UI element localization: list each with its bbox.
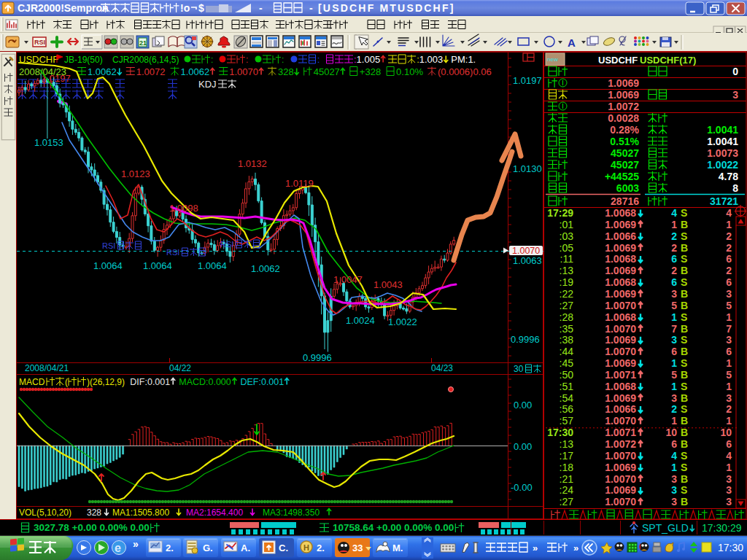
svg-text:1.0069: 1.0069 (605, 484, 636, 496)
svg-text:1.0070: 1.0070 (605, 323, 636, 335)
svg-text:1.0069: 1.0069 (605, 219, 636, 230)
svg-text:S: S (681, 276, 687, 288)
svg-text:5: 5 (726, 369, 732, 381)
svg-text:21: 21 (139, 39, 147, 47)
svg-text:2: 2 (726, 230, 732, 242)
svg-text:SPT_GLD: SPT_GLD (642, 522, 689, 534)
svg-text:1.0062: 1.0062 (181, 66, 210, 77)
svg-text:0.28%: 0.28% (610, 124, 639, 136)
svg-text:MA2:1654.400: MA2:1654.400 (186, 508, 243, 518)
svg-text:1.0073: 1.0073 (707, 147, 738, 159)
svg-text:7: 7 (726, 323, 732, 335)
svg-text:1.0072: 1.0072 (608, 101, 639, 112)
svg-text:6: 6 (671, 438, 677, 450)
svg-text:B: B (681, 288, 688, 300)
svg-text::18: :18 (560, 462, 574, 473)
svg-text:2: 2 (671, 242, 677, 254)
svg-text:B: B (681, 219, 688, 230)
svg-text:6: 6 (726, 438, 732, 450)
svg-text:B: B (681, 473, 688, 485)
svg-text:4: 4 (726, 450, 732, 462)
svg-text:1.0070: 1.0070 (605, 415, 636, 427)
svg-text::11: :11 (560, 253, 574, 265)
svg-text:4: 4 (671, 207, 677, 219)
svg-text:5: 5 (671, 300, 677, 311)
svg-text:B: B (681, 415, 688, 427)
svg-text:A.: A. (241, 542, 250, 553)
svg-text:A: A (568, 36, 576, 49)
svg-text:1.0098: 1.0098 (169, 203, 198, 214)
svg-text::: : (246, 55, 248, 65)
svg-text:1.0047: 1.0047 (333, 274, 363, 285)
svg-text:1: 1 (726, 311, 732, 323)
svg-text:KDJ: KDJ (198, 79, 217, 90)
svg-text::27: :27 (560, 300, 574, 311)
svg-text:G.: G. (203, 542, 213, 553)
svg-text:B: B (681, 265, 688, 276)
svg-text:S: S (681, 230, 687, 242)
svg-text:2: 2 (726, 242, 732, 254)
svg-text:1.0064: 1.0064 (93, 260, 123, 271)
svg-text:0.10%: 0.10% (396, 66, 423, 77)
svg-text:6: 6 (726, 346, 732, 357)
svg-text:B: B (681, 427, 688, 438)
svg-text:1: 1 (671, 357, 677, 369)
svg-text:45027: 45027 (611, 159, 639, 171)
svg-text:new: new (547, 56, 558, 63)
svg-text:1.0066: 1.0066 (605, 230, 636, 242)
svg-text:1.0062: 1.0062 (251, 263, 280, 274)
svg-text:2: 2 (671, 230, 677, 242)
svg-text:MACD: MACD (19, 377, 45, 387)
svg-text:3: 3 (671, 288, 677, 300)
svg-text:4: 4 (671, 450, 677, 462)
svg-text::56: :56 (560, 403, 574, 415)
svg-text:B: B (681, 242, 688, 254)
svg-text:CJR2000!Sempron: CJR2000!Sempron (18, 2, 109, 14)
svg-text:H: H (303, 543, 309, 552)
svg-text:0.9996: 0.9996 (511, 334, 540, 345)
svg-text:2008/04/21: 2008/04/21 (25, 363, 69, 373)
svg-text:1.0041: 1.0041 (707, 136, 738, 147)
svg-text:1.0123: 1.0123 (121, 168, 150, 179)
svg-text:RSI: RSI (102, 241, 115, 250)
svg-text:1: 1 (671, 311, 677, 323)
svg-text:3: 3 (671, 334, 677, 346)
svg-text:1.0071: 1.0071 (605, 427, 636, 438)
svg-text:17:30: 17:30 (547, 427, 573, 438)
svg-text:1: 1 (671, 415, 677, 427)
svg-text:1.0069: 1.0069 (605, 288, 636, 300)
svg-text:3: 3 (671, 484, 677, 496)
svg-text:04/23: 04/23 (431, 363, 453, 373)
svg-text:1.0069: 1.0069 (605, 265, 636, 276)
svg-text:USDCHF(17): USDCHF(17) (640, 55, 696, 66)
svg-text:S: S (681, 207, 687, 219)
svg-text:1.0068: 1.0068 (605, 381, 636, 392)
svg-text:17:29: 17:29 (547, 207, 573, 219)
svg-text:3: 3 (726, 496, 732, 508)
svg-text:S: S (681, 253, 687, 265)
svg-text:MACD:0.000: MACD:0.000 (179, 377, 231, 387)
svg-text:2: 2 (671, 265, 677, 276)
svg-text::22: :22 (560, 288, 574, 300)
svg-text:1.0130: 1.0130 (513, 163, 542, 174)
svg-text::17: :17 (560, 450, 574, 462)
svg-text:6: 6 (671, 253, 677, 265)
svg-text:2: 2 (671, 403, 677, 415)
svg-text:3: 3 (726, 392, 732, 404)
svg-text:»: » (533, 542, 538, 553)
svg-text:B: B (681, 323, 688, 335)
svg-text:$: $ (198, 2, 204, 14)
svg-text:1.0072: 1.0072 (605, 438, 636, 450)
svg-text:S: S (681, 403, 687, 415)
svg-text:10758.64 +0.00 0.00% 0.00: 10758.64 +0.00 0.00% 0.00 (333, 522, 454, 533)
svg-text:1.0024: 1.0024 (346, 315, 375, 326)
svg-text::44: :44 (560, 346, 574, 357)
svg-text:1.0063: 1.0063 (513, 255, 542, 266)
svg-text:1.0068: 1.0068 (605, 311, 636, 323)
svg-text:S: S (681, 334, 687, 346)
svg-text:-0.00: -0.00 (511, 482, 533, 493)
svg-text:1.003: 1.003 (419, 54, 444, 65)
svg-text:328: 328 (87, 508, 101, 518)
svg-text:1.0041: 1.0041 (707, 124, 738, 136)
svg-text:C.: C. (279, 542, 288, 553)
